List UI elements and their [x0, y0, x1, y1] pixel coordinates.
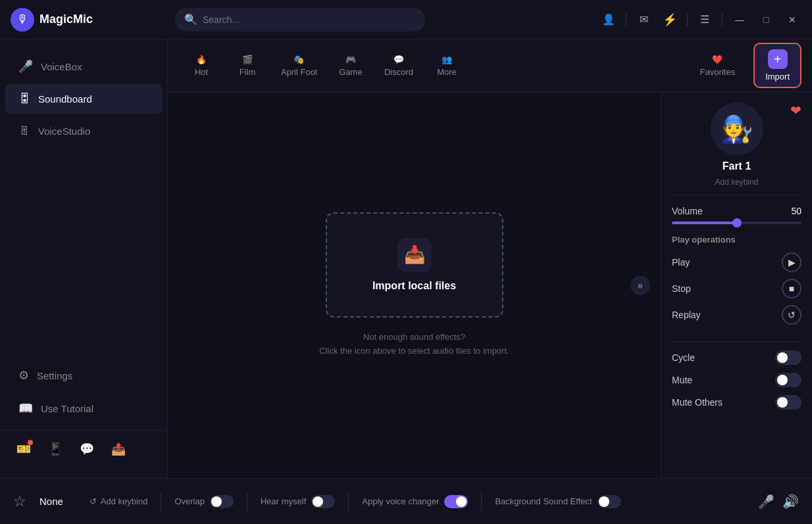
game-tab-emoji: 🎮 — [345, 55, 356, 64]
star-icon[interactable]: ☆ — [13, 493, 26, 510]
tab-film[interactable]: 🎬 Film — [224, 49, 270, 82]
volume-icon[interactable]: 🔊 — [782, 494, 799, 510]
coupon-icon[interactable]: 🎫 — [13, 439, 34, 460]
overlap-toggle[interactable] — [210, 495, 234, 508]
app-name: MagicMic — [39, 12, 93, 26]
tab-hot[interactable]: 🔥 Hot — [178, 49, 224, 82]
stop-label: Stop — [672, 283, 691, 294]
sidebar-item-label-soundboard: Soundboard — [38, 93, 92, 105]
tab-game[interactable]: 🎮 Game — [328, 49, 374, 82]
search-bar[interactable]: 🔍 — [175, 8, 425, 32]
stop-button[interactable]: ■ — [782, 279, 801, 298]
voice-changer-toggle[interactable] — [444, 495, 468, 508]
panel-avatar-area: ❤ 🧑‍🔧 Fart 1 Add keybind — [672, 103, 801, 195]
titlebar: 🎙 MagicMic 🔍 👤 ✉ ⚡ ☰ — □ ✕ — [0, 0, 812, 39]
tab-april-fool[interactable]: 🎭 April Fool — [270, 49, 328, 82]
replay-row: Replay ↺ — [672, 305, 801, 325]
import-hint-line2: Click the icon above to select audio fil… — [319, 345, 509, 358]
mic-icon[interactable]: 🎤 — [758, 494, 774, 510]
sound-avatar: 🧑‍🔧 — [711, 103, 763, 155]
menu-icon[interactable]: ☰ — [696, 11, 714, 29]
bottom-divider-1 — [161, 492, 161, 512]
bottom-add-keybind-button[interactable]: ↺ Add keybind — [89, 496, 148, 506]
expand-button[interactable]: » — [630, 275, 650, 295]
app-logo-icon: 🎙 — [11, 8, 34, 32]
phone-icon[interactable]: 📱 — [45, 439, 66, 460]
background-sound-toggle[interactable] — [597, 495, 621, 508]
discord-icon[interactable]: ⚡ — [661, 11, 679, 29]
volume-label: Volume — [672, 206, 703, 216]
volume-row: Volume 50 — [672, 206, 801, 216]
tutorial-icon: 📖 — [18, 401, 33, 416]
tab-favorites[interactable]: ❤️ Favorites — [690, 49, 746, 82]
voicebox-icon: 🎤 — [18, 59, 33, 74]
april-fool-tab-emoji: 🎭 — [293, 55, 304, 64]
hear-myself-toggle[interactable] — [311, 495, 335, 508]
current-sound: None — [39, 496, 63, 507]
tab-import[interactable]: + Import — [753, 43, 801, 88]
toggles-section: Cycle Mute Mute Others — [672, 342, 801, 417]
tab-discord[interactable]: 💬 Discord — [374, 49, 424, 82]
search-input[interactable] — [203, 14, 416, 25]
minimize-button[interactable]: — — [730, 11, 749, 29]
mute-toggle-row: Mute — [672, 373, 801, 387]
sidebar-item-label-voicestudio: VoiceStudio — [38, 126, 90, 137]
cycle-toggle[interactable] — [775, 350, 801, 365]
volume-slider-track[interactable] — [672, 222, 801, 224]
divider-1 — [626, 13, 626, 26]
hear-myself-group: Hear myself — [261, 495, 335, 508]
favorite-heart-button[interactable]: ❤ — [790, 103, 801, 118]
sidebar-item-label-settings: Settings — [37, 370, 72, 381]
replay-button[interactable]: ↺ — [782, 305, 801, 325]
volume-value: 50 — [791, 206, 801, 216]
cycle-toggle-knob — [777, 352, 788, 363]
sidebar-item-tutorial[interactable]: 📖 Use Tutorial — [5, 393, 162, 423]
sound-name: Fart 1 — [723, 160, 751, 172]
play-operations-section: Play operations Play ▶ Stop ■ Replay ↺ — [672, 235, 801, 331]
add-keybind-button[interactable]: Add keybind — [715, 178, 758, 187]
sidebar-item-soundboard[interactable]: 🎛 Soundboard — [5, 84, 162, 114]
mute-label: Mute — [672, 375, 692, 385]
settings-icon: ⚙ — [18, 368, 29, 383]
search-icon: 🔍 — [184, 13, 197, 26]
voice-changer-toggle-knob — [456, 496, 467, 507]
play-button[interactable]: ▶ — [782, 252, 801, 272]
sidebar-item-label-voicebox: VoiceBox — [41, 61, 82, 72]
chat-icon[interactable]: 💬 — [76, 439, 97, 460]
category-tabs: 🔥 Hot 🎬 Film 🎭 April Fool 🎮 Game 💬 Disco… — [168, 39, 812, 92]
profile-icon[interactable]: 👤 — [599, 11, 618, 29]
titlebar-right: 👤 ✉ ⚡ ☰ — □ ✕ — [599, 11, 801, 29]
volume-slider-fill — [672, 222, 737, 224]
mute-others-toggle[interactable] — [775, 395, 801, 410]
divider-3 — [722, 13, 723, 26]
mute-toggle[interactable] — [775, 373, 801, 387]
hot-tab-label: Hot — [195, 67, 208, 77]
film-tab-label: Film — [240, 67, 256, 77]
tab-more[interactable]: 👥 More — [424, 49, 470, 82]
mail-icon[interactable]: ✉ — [634, 11, 653, 29]
close-button[interactable]: ✕ — [783, 11, 801, 29]
share-icon[interactable]: 📤 — [108, 439, 129, 460]
import-dropzone[interactable]: 📥 Import local files — [326, 212, 503, 318]
sidebar-item-voicestudio[interactable]: 🎚 VoiceStudio — [5, 116, 162, 146]
sidebar-bottom: 🎫 📱 💬 📤 — [0, 430, 167, 467]
stop-row: Stop ■ — [672, 279, 801, 298]
maximize-button[interactable]: □ — [757, 11, 775, 29]
import-dropzone-icon: 📥 — [397, 238, 432, 272]
divider — [672, 342, 801, 343]
import-hint-line1: Not enough sound effects? — [319, 331, 509, 345]
favorites-tab-emoji: ❤️ — [712, 55, 723, 64]
cycle-label: Cycle — [672, 352, 695, 363]
sidebar-item-voicebox[interactable]: 🎤 VoiceBox — [5, 51, 162, 82]
sidebar-item-settings[interactable]: ⚙ Settings — [5, 360, 162, 391]
background-sound-label: Background Sound Effect — [495, 496, 592, 506]
volume-slider-thumb[interactable] — [732, 218, 742, 227]
favorites-tab-label: Favorites — [700, 67, 735, 77]
play-ops-title: Play operations — [672, 235, 801, 245]
mute-toggle-knob — [777, 375, 788, 385]
divider-2 — [687, 13, 688, 26]
play-label: Play — [672, 257, 690, 268]
hot-tab-emoji: 🔥 — [196, 55, 207, 64]
play-row: Play ▶ — [672, 252, 801, 272]
import-plus-icon: + — [768, 49, 788, 69]
